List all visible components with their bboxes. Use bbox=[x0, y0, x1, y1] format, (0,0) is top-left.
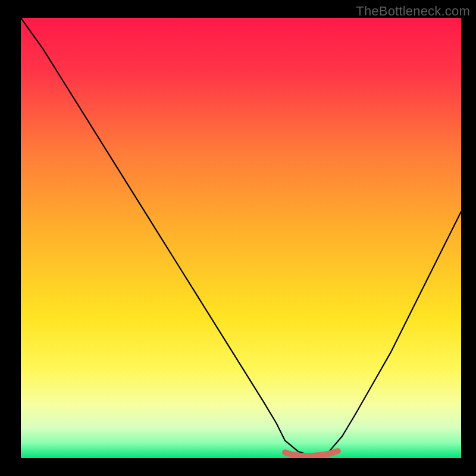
watermark-text: TheBottleneck.com bbox=[356, 4, 470, 19]
plot-background bbox=[21, 18, 461, 458]
chart-frame: TheBottleneck.com bbox=[0, 0, 476, 476]
bottleneck-chart bbox=[0, 0, 476, 476]
